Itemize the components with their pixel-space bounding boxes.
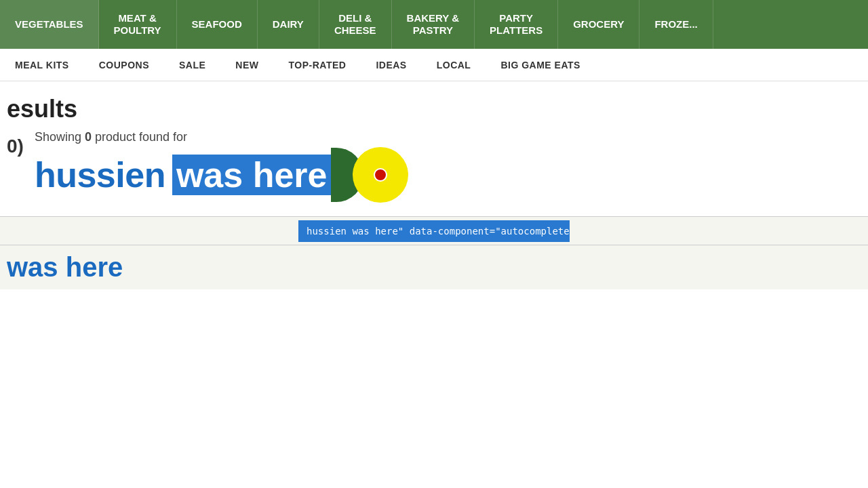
nav-item-dairy[interactable]: DAIRY	[258, 0, 319, 49]
devtools-text-line: was here	[0, 245, 868, 289]
nav-item-vegetables[interactable]: VEGETABLES	[0, 0, 99, 49]
cursor-dot	[374, 168, 387, 182]
showing-count: 0	[85, 130, 92, 144]
devtools-code-highlight: hussien was here" data-component="autoco…	[298, 220, 570, 242]
devtools-overlay: hussien was here" data-component="autoco…	[0, 216, 868, 289]
nav-item-frozen[interactable]: FROZE...	[639, 0, 713, 49]
page-title: esults	[0, 95, 868, 123]
top-navigation: VEGETABLES MEAT & POULTRY SEAFOOD DAIRY …	[0, 0, 868, 49]
secondary-navigation: MEAL KITS COUPONS SALE NEW TOP-RATED IDE…	[0, 49, 868, 81]
showing-suffix: product found for	[92, 130, 187, 144]
nav-item-bakery-pastry[interactable]: BAKERY & PASTRY	[392, 0, 475, 49]
showing-text: Showing 0 product found for	[35, 130, 409, 144]
nav-item-grocery[interactable]: GROCERY	[558, 0, 639, 49]
secondary-nav-ideas[interactable]: IDEAS	[361, 49, 421, 81]
search-term-plain: hussien	[35, 155, 165, 195]
search-term-row: hussien was here	[35, 147, 409, 203]
search-term-highlighted: was here	[172, 155, 332, 195]
showing-prefix: Showing	[35, 130, 85, 144]
main-content: esults 0) Showing 0 product found for hu…	[0, 81, 868, 289]
nav-item-meat-poultry[interactable]: MEAT & POULTRY	[99, 0, 177, 49]
secondary-nav-top-rated[interactable]: TOP-RATED	[274, 49, 361, 81]
results-row: 0) Showing 0 product found for hussien w…	[0, 130, 868, 203]
secondary-nav-sale[interactable]: SALE	[164, 49, 220, 81]
results-count: 0)	[7, 136, 24, 157]
nav-item-deli-cheese[interactable]: DELI & CHEESE	[319, 0, 392, 49]
cursor-indicator	[353, 147, 408, 203]
secondary-nav-local[interactable]: LOCAL	[422, 49, 486, 81]
nav-item-party-platters[interactable]: PARTY PLATTERS	[475, 0, 558, 49]
results-info: Showing 0 product found for hussien was …	[35, 130, 409, 203]
nav-item-seafood[interactable]: SEAFOOD	[177, 0, 258, 49]
secondary-nav-meal-kits[interactable]: MEAL KITS	[0, 49, 84, 81]
secondary-nav-coupons[interactable]: COUPONS	[84, 49, 164, 81]
secondary-nav-new[interactable]: NEW	[220, 49, 273, 81]
secondary-nav-big-game-eats[interactable]: BIG GAME EATS	[486, 49, 595, 81]
